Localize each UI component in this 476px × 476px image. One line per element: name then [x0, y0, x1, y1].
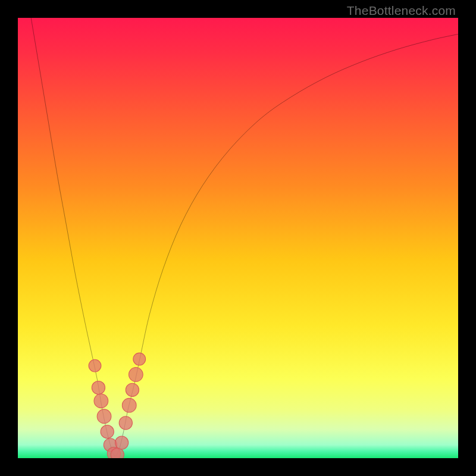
data-marker — [115, 436, 129, 449]
data-marker — [126, 383, 139, 396]
data-marker — [129, 368, 143, 382]
chart-frame: TheBottleneck.com — [0, 0, 476, 476]
curve-layer — [18, 18, 458, 458]
data-marker — [92, 381, 105, 394]
data-marker — [133, 353, 146, 365]
plot-area — [18, 18, 458, 458]
data-marker — [119, 416, 132, 430]
data-marker — [97, 409, 111, 424]
curve-markers — [89, 353, 145, 458]
data-marker — [122, 398, 136, 412]
data-marker — [94, 394, 108, 408]
data-marker — [89, 359, 101, 372]
watermark-text: TheBottleneck.com — [347, 4, 456, 18]
data-marker — [101, 425, 114, 439]
